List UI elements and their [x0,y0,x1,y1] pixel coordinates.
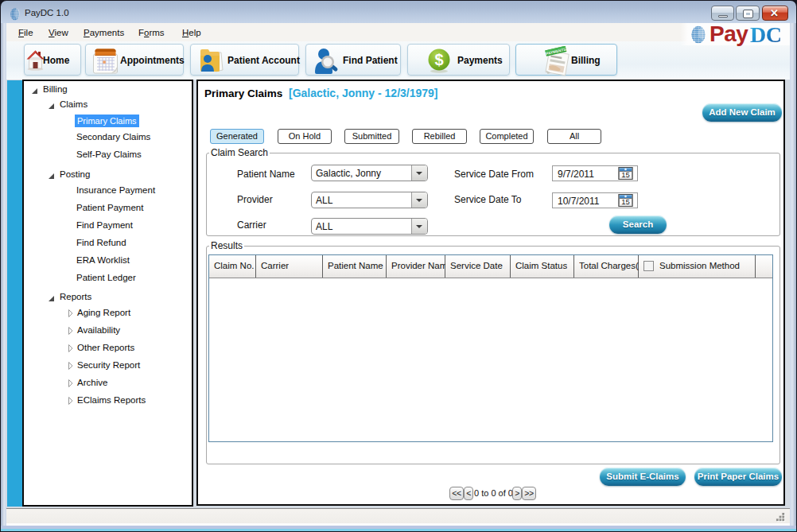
svg-text:$: $ [434,51,443,68]
svg-text:15: 15 [621,197,630,206]
svg-text:15: 15 [621,170,630,179]
